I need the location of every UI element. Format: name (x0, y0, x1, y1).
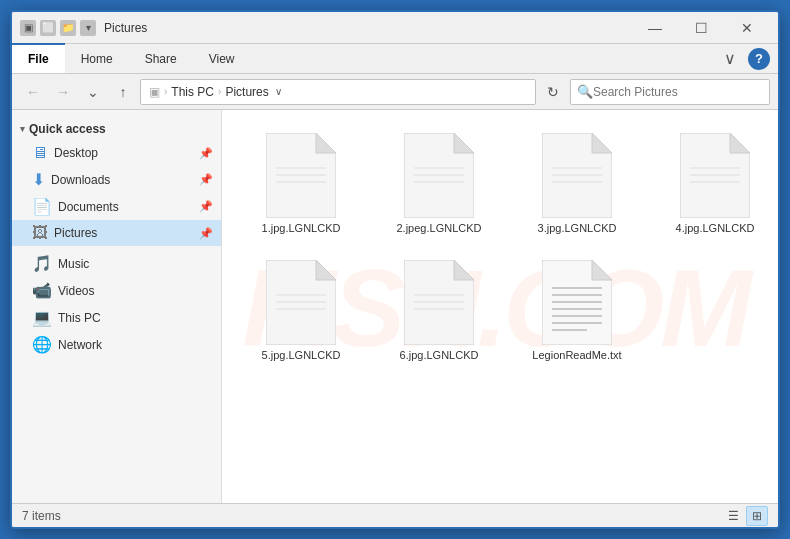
close-button[interactable]: ✕ (724, 12, 770, 44)
path-arrow-2: › (218, 86, 221, 97)
svg-marker-26 (454, 260, 474, 280)
file-icon-5 (404, 260, 474, 345)
desktop-pin-icon: 📌 (199, 147, 213, 160)
path-pictures[interactable]: Pictures (225, 85, 268, 99)
svg-marker-21 (316, 260, 336, 280)
music-folder-icon: 🎵 (32, 254, 52, 273)
sidebar-thispc-label: This PC (58, 311, 101, 325)
svg-marker-6 (454, 133, 474, 153)
sidebar-music-label: Music (58, 257, 89, 271)
back-button[interactable]: ← (20, 79, 46, 105)
file-item-6[interactable]: LegionReadMe.txt (512, 251, 642, 370)
file-item-3[interactable]: 4.jpg.LGNLCKD (650, 124, 778, 243)
search-input[interactable] (593, 85, 763, 99)
svg-marker-1 (316, 133, 336, 153)
sidebar-item-pictures[interactable]: 🖼 Pictures 📌 (12, 220, 221, 246)
sidebar-quick-access-section: ▾ Quick access 🖥 Desktop 📌 ⬇ Downloads 📌… (12, 118, 221, 246)
main-area: ▾ Quick access 🖥 Desktop 📌 ⬇ Downloads 📌… (12, 110, 778, 503)
tab-view[interactable]: View (193, 44, 251, 73)
sidebar-item-network[interactable]: 🌐 Network (12, 331, 221, 358)
downloads-pin-icon: 📌 (199, 173, 213, 186)
sidebar-item-videos[interactable]: 📹 Videos (12, 277, 221, 304)
view-buttons: ☰ ⊞ (722, 506, 768, 526)
ribbon-tabs: File Home Share View ∨ ? (12, 44, 778, 74)
up-button[interactable]: ↑ (110, 79, 136, 105)
tab-file[interactable]: File (12, 43, 65, 73)
documents-folder-icon: 📄 (32, 197, 52, 216)
address-bar: ← → ⌄ ↑ ▣ › This PC › Pictures ∨ ↻ 🔍 (12, 74, 778, 110)
file-label-4: 5.jpg.LGNLCKD (262, 349, 341, 361)
documents-pin-icon: 📌 (199, 200, 213, 213)
path-this-pc[interactable]: This PC (171, 85, 214, 99)
downloads-folder-icon: ⬇ (32, 170, 45, 189)
address-chevron[interactable]: ∨ (273, 86, 284, 97)
network-folder-icon: 🌐 (32, 335, 52, 354)
file-item-5[interactable]: 6.jpg.LGNLCKD (374, 251, 504, 370)
svg-marker-11 (592, 133, 612, 153)
svg-marker-16 (730, 133, 750, 153)
refresh-button[interactable]: ↻ (540, 79, 566, 105)
sidebar-pictures-label: Pictures (54, 226, 97, 240)
status-bar: 7 items ☰ ⊞ (12, 503, 778, 527)
quick-access-label: Quick access (29, 122, 106, 136)
sidebar-item-downloads[interactable]: ⬇ Downloads 📌 (12, 166, 221, 193)
thispc-folder-icon: 💻 (32, 308, 52, 327)
title-bar: ▣ ⬜ 📁 ▾ Pictures — ☐ ✕ (12, 12, 778, 44)
sidebar-item-this-pc[interactable]: 💻 This PC (12, 304, 221, 331)
sidebar-item-documents[interactable]: 📄 Documents 📌 (12, 193, 221, 220)
file-grid: 1.jpg.LGNLCKD 2.jpeg.LGNLCKD (232, 120, 768, 374)
title-bar-app-icons: ▣ ⬜ 📁 ▾ (20, 20, 96, 36)
search-box: 🔍 (570, 79, 770, 105)
sidebar-item-music[interactable]: 🎵 Music (12, 250, 221, 277)
minimize-button[interactable]: — (632, 12, 678, 44)
file-label-3: 4.jpg.LGNLCKD (676, 222, 755, 234)
file-area: FISH.COM 1.jpg.LGNLCKD (222, 110, 778, 503)
ribbon-expand-button[interactable]: ∨ (716, 45, 744, 73)
path-arrow-1: › (164, 86, 167, 97)
path-separator-icon: ▣ (149, 85, 160, 99)
pictures-pin-icon: 📌 (199, 227, 213, 240)
file-item-2[interactable]: 3.jpg.LGNLCKD (512, 124, 642, 243)
sidebar-item-desktop[interactable]: 🖥 Desktop 📌 (12, 140, 221, 166)
file-icon-1 (404, 133, 474, 218)
file-explorer-window: ▣ ⬜ 📁 ▾ Pictures — ☐ ✕ File Home Share V… (10, 10, 780, 529)
maximize-button[interactable]: ☐ (678, 12, 724, 44)
file-label-0: 1.jpg.LGNLCKD (262, 222, 341, 234)
recent-locations-button[interactable]: ⌄ (80, 79, 106, 105)
file-item-1[interactable]: 2.jpeg.LGNLCKD (374, 124, 504, 243)
item-count: 7 items (22, 509, 61, 523)
file-icon-0 (266, 133, 336, 218)
app-icon-down: ▾ (80, 20, 96, 36)
sidebar-documents-label: Documents (58, 200, 119, 214)
forward-button[interactable]: → (50, 79, 76, 105)
file-label-5: 6.jpg.LGNLCKD (400, 349, 479, 361)
pictures-folder-icon: 🖼 (32, 224, 48, 242)
help-button[interactable]: ? (748, 48, 770, 70)
tab-home[interactable]: Home (65, 44, 129, 73)
svg-marker-31 (592, 260, 612, 280)
file-icon-3 (680, 133, 750, 218)
file-label-1: 2.jpeg.LGNLCKD (397, 222, 482, 234)
file-item-0[interactable]: 1.jpg.LGNLCKD (236, 124, 366, 243)
ribbon-expand-area: ∨ ? (708, 44, 778, 73)
file-icon-2 (542, 133, 612, 218)
file-item-4[interactable]: 5.jpg.LGNLCKD (236, 251, 366, 370)
grid-view-button[interactable]: ⊞ (746, 506, 768, 526)
app-icon-1: ▣ (20, 20, 36, 36)
sidebar: ▾ Quick access 🖥 Desktop 📌 ⬇ Downloads 📌… (12, 110, 222, 503)
file-label-6: LegionReadMe.txt (532, 349, 621, 361)
file-icon-4 (266, 260, 336, 345)
sidebar-quick-access-header[interactable]: ▾ Quick access (12, 118, 221, 140)
file-label-2: 3.jpg.LGNLCKD (538, 222, 617, 234)
sidebar-network-label: Network (58, 338, 102, 352)
desktop-folder-icon: 🖥 (32, 144, 48, 162)
window-controls: — ☐ ✕ (632, 12, 770, 44)
app-icon-3: 📁 (60, 20, 76, 36)
sidebar-videos-label: Videos (58, 284, 94, 298)
file-icon-6 (542, 260, 612, 345)
sidebar-desktop-label: Desktop (54, 146, 98, 160)
tab-share[interactable]: Share (129, 44, 193, 73)
search-icon: 🔍 (577, 84, 593, 99)
list-view-button[interactable]: ☰ (722, 506, 744, 526)
sidebar-downloads-label: Downloads (51, 173, 110, 187)
